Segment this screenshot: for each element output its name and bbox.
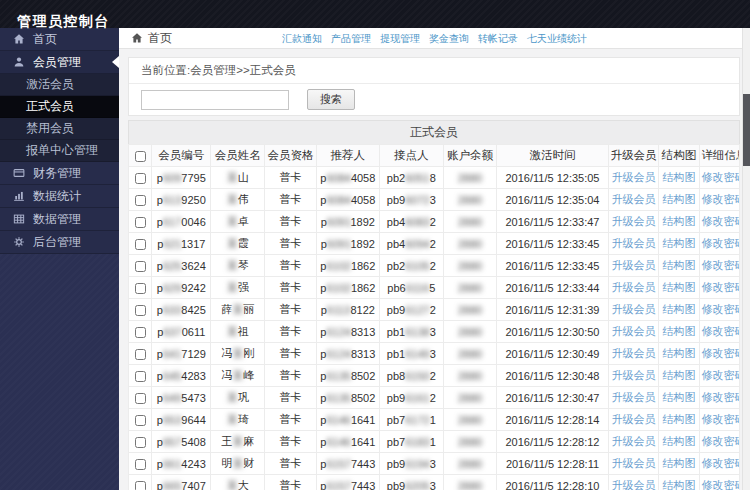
nav-link-remit-notice[interactable]: 汇款通知 <box>282 32 322 46</box>
structure-chart-link[interactable]: 结构图 <box>662 457 695 469</box>
structure-chart-link[interactable]: 结构图 <box>662 413 695 425</box>
row-checkbox[interactable] <box>135 195 146 206</box>
structure-chart-link[interactable]: 结构图 <box>662 479 695 490</box>
change-password-link[interactable]: 修改密码 <box>702 215 740 227</box>
search-button[interactable]: 搜索 <box>307 89 355 110</box>
row-checkbox[interactable] <box>135 415 146 426</box>
upgrade-member-link[interactable]: 升级会员 <box>611 457 655 469</box>
nav-link-transfer-records[interactable]: 转帐记录 <box>478 32 518 46</box>
change-password-link[interactable]: 修改密码 <box>702 479 740 490</box>
sidebar-item-data-stats[interactable]: 数据统计 <box>0 185 119 208</box>
table-row: p6139250某伟普卡p60844058pb96072328802016/11… <box>129 189 740 211</box>
row-checkbox-cell <box>129 167 152 189</box>
row-checkbox[interactable] <box>135 327 146 338</box>
nav-link-product-mgmt[interactable]: 产品管理 <box>331 32 371 46</box>
balance-cell: 2880 <box>443 321 497 343</box>
row-checkbox[interactable] <box>135 349 146 360</box>
change-password-link[interactable]: 修改密码 <box>702 303 740 315</box>
structure-chart-link[interactable]: 结构图 <box>662 171 695 183</box>
upgrade-member-link[interactable]: 升级会员 <box>611 435 655 447</box>
upgrade-member-cell: 升级会员 <box>608 167 659 189</box>
search-input[interactable] <box>141 90 289 110</box>
structure-chart-link[interactable]: 结构图 <box>662 215 695 227</box>
select-all-checkbox[interactable] <box>135 151 146 162</box>
nav-link-bonus-query[interactable]: 奖金查询 <box>429 32 469 46</box>
change-password-link[interactable]: 修改密码 <box>702 193 740 205</box>
row-checkbox[interactable] <box>135 261 146 272</box>
structure-chart-link[interactable]: 结构图 <box>662 237 695 249</box>
change-password-link[interactable]: 修改密码 <box>702 457 740 469</box>
scrollbar-thumb[interactable] <box>743 94 750 166</box>
row-checkbox[interactable] <box>135 283 146 294</box>
change-password-link[interactable]: 修改密码 <box>702 413 740 425</box>
row-checkbox[interactable] <box>135 173 146 184</box>
upgrade-member-link[interactable]: 升级会员 <box>611 281 655 293</box>
row-checkbox[interactable] <box>135 481 146 490</box>
row-checkbox-cell <box>129 475 152 490</box>
member-id-cell: p6211317 <box>152 233 211 255</box>
structure-chart-link[interactable]: 结构图 <box>662 347 695 359</box>
structure-chart-link[interactable]: 结构图 <box>662 369 695 381</box>
sidebar-subitem-disabled-members[interactable]: 禁用会员 <box>0 118 119 140</box>
structure-chart-link[interactable]: 结构图 <box>662 325 695 337</box>
breadcrumb[interactable]: 首页 <box>131 30 172 47</box>
row-checkbox[interactable] <box>135 459 146 470</box>
upgrade-member-link[interactable]: 升级会员 <box>611 347 655 359</box>
sidebar-item-finance-mgmt[interactable]: 财务管理 <box>0 162 119 185</box>
change-password-link[interactable]: 修改密码 <box>702 435 740 447</box>
structure-chart-link[interactable]: 结构图 <box>662 435 695 447</box>
row-checkbox[interactable] <box>135 239 146 250</box>
change-password-link[interactable]: 修改密码 <box>702 237 740 249</box>
change-password-link[interactable]: 修改密码 <box>702 369 740 381</box>
upgrade-member-link[interactable]: 升级会员 <box>611 369 655 381</box>
structure-chart-link[interactable]: 结构图 <box>662 259 695 271</box>
sidebar-subitem-formal-members[interactable]: 正式会员 <box>0 96 119 118</box>
row-checkbox[interactable] <box>135 371 146 382</box>
vertical-scrollbar[interactable] <box>742 28 750 490</box>
upgrade-member-link[interactable]: 升级会员 <box>611 325 655 337</box>
row-checkbox[interactable] <box>135 305 146 316</box>
change-password-link[interactable]: 修改密码 <box>702 171 740 183</box>
structure-chart-link[interactable]: 结构图 <box>662 193 695 205</box>
structure-chart-cell: 结构图 <box>659 431 699 453</box>
row-checkbox[interactable] <box>135 437 146 448</box>
sidebar-submenu: 激活会员正式会员禁用会员报单中心管理 <box>0 74 119 162</box>
nav-link-withdraw-mgmt[interactable]: 提现管理 <box>380 32 420 46</box>
sidebar-subitem-active-members[interactable]: 激活会员 <box>0 74 119 96</box>
upgrade-member-link[interactable]: 升级会员 <box>611 215 655 227</box>
member-name-cell: 某卓 <box>211 211 265 233</box>
upgrade-member-link[interactable]: 升级会员 <box>611 193 655 205</box>
structure-chart-link[interactable]: 结构图 <box>662 391 695 403</box>
sidebar-subitem-order-center-mgmt[interactable]: 报单中心管理 <box>0 140 119 162</box>
member-grade-cell: 普卡 <box>265 189 316 211</box>
change-password-link[interactable]: 修改密码 <box>702 325 740 337</box>
change-password-link[interactable]: 修改密码 <box>702 281 740 293</box>
sidebar-item-member-mgmt[interactable]: 会员管理 <box>0 51 119 74</box>
change-password-link[interactable]: 修改密码 <box>702 259 740 271</box>
upgrade-member-link[interactable]: 升级会员 <box>611 171 655 183</box>
referrer-cell: p61358502 <box>316 387 380 409</box>
row-checkbox-cell <box>129 387 152 409</box>
upgrade-member-link[interactable]: 升级会员 <box>611 479 655 490</box>
sidebar-item-data-mgmt[interactable]: 数据管理 <box>0 208 119 231</box>
member-grade-cell: 普卡 <box>265 255 316 277</box>
sidebar-item-label: 财务管理 <box>33 165 81 182</box>
upgrade-member-link[interactable]: 升级会员 <box>611 237 655 249</box>
upgrade-member-link[interactable]: 升级会员 <box>611 413 655 425</box>
upgrade-member-link[interactable]: 升级会员 <box>611 259 655 271</box>
sidebar-item-home[interactable]: 首页 <box>0 28 119 51</box>
sidebar-item-backend-mgmt[interactable]: 后台管理 <box>0 231 119 254</box>
activation-time-cell: 2016/11/5 12:28:12 <box>497 431 608 453</box>
row-checkbox[interactable] <box>135 393 146 404</box>
row-checkbox[interactable] <box>135 217 146 228</box>
balance-cell: 2880 <box>443 387 497 409</box>
nav-link-seven-day-stats[interactable]: 七天业绩统计 <box>527 32 587 46</box>
upgrade-member-link[interactable]: 升级会员 <box>611 391 655 403</box>
change-password-link[interactable]: 修改密码 <box>702 391 740 403</box>
change-password-link[interactable]: 修改密码 <box>702 347 740 359</box>
balance-cell: 2880 <box>443 431 497 453</box>
structure-chart-link[interactable]: 结构图 <box>662 281 695 293</box>
structure-chart-link[interactable]: 结构图 <box>662 303 695 315</box>
upgrade-member-link[interactable]: 升级会员 <box>611 303 655 315</box>
structure-chart-cell: 结构图 <box>659 233 699 255</box>
